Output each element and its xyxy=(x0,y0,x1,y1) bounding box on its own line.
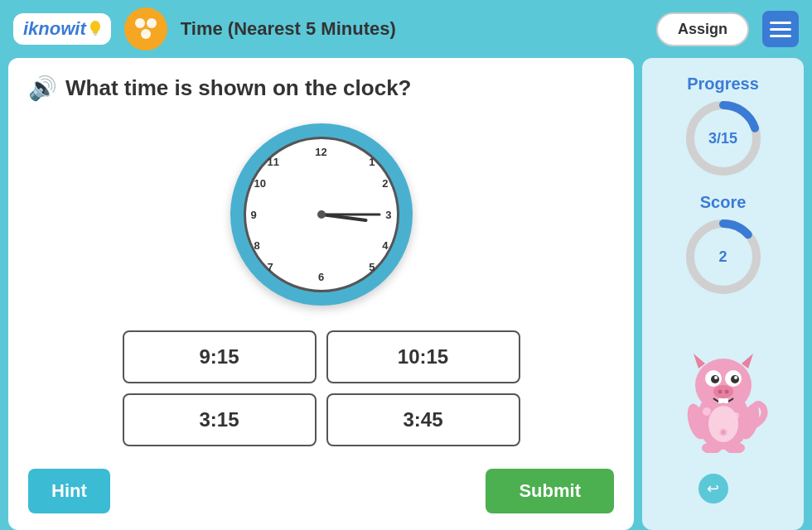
clock-num-7: 7 xyxy=(268,261,273,273)
clock-num-8: 8 xyxy=(254,239,260,252)
minute-hand xyxy=(321,214,381,216)
answer-button-3[interactable]: 3:15 xyxy=(123,393,317,446)
svg-rect-2 xyxy=(94,33,97,35)
clock-num-5: 5 xyxy=(369,261,375,273)
svg-rect-23 xyxy=(723,398,728,403)
question-text: What time is shown on the clock? xyxy=(65,75,412,101)
svg-rect-22 xyxy=(718,398,723,403)
clock-outer: 12 1 2 3 4 5 6 7 8 9 10 11 xyxy=(230,123,413,306)
svg-point-21 xyxy=(724,390,728,394)
monster-area xyxy=(674,329,773,453)
lesson-icon xyxy=(124,7,167,51)
svg-point-30 xyxy=(721,430,726,435)
left-panel: 🔊 What time is shown on the clock? 12 1 … xyxy=(8,58,634,530)
clock-num-9: 9 xyxy=(251,209,257,221)
svg-rect-1 xyxy=(93,31,98,33)
menu-line-3 xyxy=(770,35,791,37)
sound-icon[interactable]: 🔊 xyxy=(28,75,57,102)
question-area: 🔊 What time is shown on the clock? xyxy=(28,75,614,102)
header: iknowit Time (Nearest 5 Minutes) Assign xyxy=(0,0,812,58)
bottom-bar: Hint Submit xyxy=(28,460,614,513)
main-area: 🔊 What time is shown on the clock? 12 1 … xyxy=(8,58,804,530)
clock-container: 12 1 2 3 4 5 6 7 8 9 10 11 xyxy=(230,123,413,306)
clock-num-4: 4 xyxy=(382,239,388,252)
lesson-icon-svg xyxy=(133,17,158,41)
menu-line-2 xyxy=(770,28,791,31)
clock-num-11: 11 xyxy=(268,156,279,168)
answers-grid: 9:15 10:15 3:15 3:45 xyxy=(123,330,520,446)
svg-point-20 xyxy=(718,390,722,394)
progress-donut: 3/15 xyxy=(682,97,765,180)
logo-text: iknowit xyxy=(23,18,86,40)
right-panel: Progress 3/15 Score 2 xyxy=(642,58,804,530)
svg-point-17 xyxy=(714,376,718,379)
score-label: Score xyxy=(682,193,765,212)
clock-num-1: 1 xyxy=(369,156,375,168)
svg-point-18 xyxy=(734,376,737,379)
lesson-title: Time (Nearest 5 Minutes) xyxy=(181,18,643,40)
score-value: 2 xyxy=(718,248,727,266)
submit-button[interactable]: Submit xyxy=(486,469,614,513)
answer-button-2[interactable]: 10:15 xyxy=(326,330,520,383)
svg-point-28 xyxy=(708,406,738,442)
svg-point-34 xyxy=(732,412,739,419)
menu-button[interactable] xyxy=(762,11,799,47)
svg-point-19 xyxy=(713,385,733,398)
monster-illustration xyxy=(674,329,773,453)
back-arrow-icon: ↩ xyxy=(707,479,719,498)
svg-point-4 xyxy=(135,18,145,28)
clock-center xyxy=(317,210,326,219)
clock-num-6: 6 xyxy=(318,271,324,283)
svg-marker-24 xyxy=(694,354,705,369)
clock-inner: 12 1 2 3 4 5 6 7 8 9 10 11 xyxy=(244,137,399,292)
assign-button[interactable]: Assign xyxy=(656,12,749,46)
clock-num-3: 3 xyxy=(385,209,391,221)
menu-line-1 xyxy=(770,22,791,24)
svg-point-33 xyxy=(703,407,711,416)
clock-num-12: 12 xyxy=(315,146,326,158)
score-section: Score 2 xyxy=(682,193,765,298)
svg-point-5 xyxy=(147,18,157,28)
progress-label: Progress xyxy=(682,75,765,94)
clock-num-10: 10 xyxy=(254,177,266,190)
hint-button[interactable]: Hint xyxy=(28,469,110,513)
logo-bulb-icon xyxy=(89,20,101,38)
back-button[interactable]: ↩ xyxy=(698,474,728,504)
svg-rect-3 xyxy=(94,35,96,36)
progress-value: 3/15 xyxy=(708,130,737,147)
answer-button-4[interactable]: 3:45 xyxy=(326,393,520,446)
score-donut: 2 xyxy=(682,215,765,298)
clock-num-2: 2 xyxy=(382,177,388,190)
svg-marker-25 xyxy=(742,354,753,369)
svg-point-6 xyxy=(141,29,151,39)
progress-section: Progress 3/15 xyxy=(682,75,765,180)
logo: iknowit xyxy=(13,13,111,45)
svg-point-0 xyxy=(90,21,100,32)
answer-button-1[interactable]: 9:15 xyxy=(123,330,317,383)
